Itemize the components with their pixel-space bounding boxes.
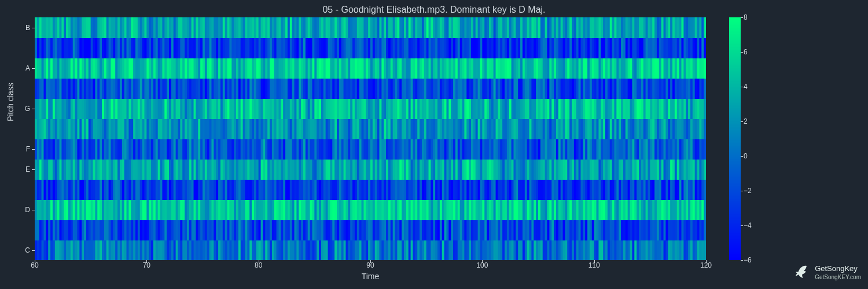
colorbar-tick-label: −6: [744, 256, 752, 264]
y-tick-mark: [32, 149, 35, 150]
y-tick-label: A: [0, 64, 30, 72]
colorbar-tick-label: 8: [744, 13, 748, 21]
y-tick-label: C: [0, 246, 30, 254]
colorbar-tick-label: 2: [744, 117, 748, 125]
x-axis-label: Time: [35, 272, 706, 281]
y-tick-label: D: [0, 206, 30, 214]
y-tick-label: E: [0, 165, 30, 173]
chart-title: 05 - Goodnight Elisabeth.mp3. Dominant k…: [0, 5, 868, 15]
colorbar-area: [729, 17, 741, 260]
colorbar-tick-label: 4: [744, 83, 748, 91]
colorbar-tick-label: 0: [744, 152, 748, 160]
colorbar-tick-mark: [741, 191, 743, 191]
colorbar-tick-label: −2: [744, 187, 752, 195]
colorbar-tick-mark: [741, 156, 743, 157]
y-tick-mark: [32, 109, 35, 109]
watermark-sub: GetSongKEY.com: [815, 274, 861, 280]
watermark: GetSongKey GetSongKEY.com: [792, 262, 861, 283]
watermark-brand: GetSongKey: [815, 264, 858, 273]
bird-logo-icon: [792, 262, 810, 283]
plot-area: [35, 17, 706, 260]
x-tick-label: 80: [255, 261, 262, 269]
y-tick-mark: [32, 250, 35, 251]
y-tick-label: G: [0, 105, 30, 113]
colorbar-tick-mark: [741, 260, 743, 261]
y-tick-label: B: [0, 24, 30, 32]
x-tick-label: 70: [143, 261, 150, 269]
y-tick-mark: [32, 28, 35, 28]
y-tick-label: F: [0, 145, 30, 153]
colorbar-tick-label: 6: [744, 48, 748, 56]
watermark-text: GetSongKey GetSongKEY.com: [815, 265, 861, 281]
x-tick-label: 120: [700, 261, 712, 269]
colorbar-tick-label: −4: [744, 221, 752, 229]
colorbar-tick-mark: [741, 225, 743, 226]
colorbar-tick-mark: [741, 121, 743, 122]
x-tick-label: 90: [366, 261, 374, 269]
colorbar-canvas: [729, 17, 741, 260]
y-tick-mark: [32, 169, 35, 170]
x-tick-label: 110: [589, 261, 600, 269]
y-axis-label: Pitch class: [6, 83, 15, 121]
x-tick-label: 60: [31, 261, 38, 269]
y-tick-mark: [32, 210, 35, 210]
x-tick-label: 100: [476, 261, 488, 269]
y-tick-mark: [32, 68, 35, 69]
colorbar-tick-mark: [741, 87, 743, 87]
heatmap-canvas: [35, 17, 706, 260]
colorbar-tick-mark: [741, 17, 743, 18]
chromagram-figure: 05 - Goodnight Elisabeth.mp3. Dominant k…: [0, 0, 868, 289]
colorbar-tick-mark: [741, 52, 743, 53]
